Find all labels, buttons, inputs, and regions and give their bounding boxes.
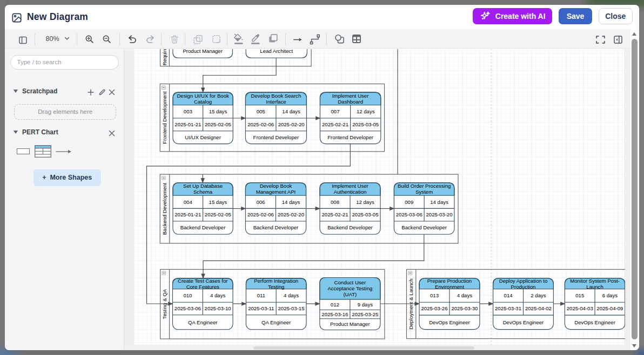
svg-text:2025-03-06: 2025-03-06 (175, 305, 201, 311)
svg-text:14 days: 14 days (430, 199, 448, 204)
svg-text:6 days: 6 days (602, 292, 618, 298)
svg-text:012: 012 (331, 301, 339, 307)
svg-text:2025-03-11: 2025-03-11 (248, 305, 274, 311)
svg-text:Backend Developer: Backend Developer (401, 224, 447, 230)
svg-text:2025-04-09: 2025-04-09 (596, 305, 623, 311)
svg-text:2025-03-06: 2025-03-06 (396, 211, 422, 217)
svg-text:010: 010 (183, 292, 192, 298)
svg-text:2025-02-06: 2025-02-06 (247, 121, 274, 127)
svg-text:9 days: 9 days (358, 301, 373, 307)
svg-text:006: 006 (256, 199, 265, 204)
svg-text:2025-03-15: 2025-03-15 (278, 305, 305, 311)
svg-text:2025-03-10: 2025-03-10 (205, 305, 231, 311)
svg-text:2025-02-21: 2025-02-21 (322, 211, 348, 217)
svg-text:2025-03-16: 2025-03-16 (321, 311, 348, 317)
svg-text:2025-01-21: 2025-01-21 (175, 211, 201, 217)
svg-text:2025-04-03: 2025-04-03 (567, 305, 593, 311)
svg-text:Frontend Development: Frontend Development (162, 91, 167, 144)
svg-text:Lead Architect: Lead Architect (260, 49, 293, 54)
svg-text:2025-03-31: 2025-03-31 (495, 305, 521, 311)
svg-text:12 days: 12 days (356, 199, 374, 204)
svg-text:15 days: 15 days (209, 108, 227, 114)
svg-text:004: 004 (184, 199, 193, 204)
svg-text:2 days: 2 days (531, 292, 546, 298)
svg-text:2025-02-05: 2025-02-05 (205, 121, 231, 127)
svg-text:2025-03-05: 2025-03-05 (352, 211, 379, 217)
svg-text:UI/UX Designer: UI/UX Designer (185, 134, 221, 140)
svg-text:DevOps Engineer: DevOps Engineer (574, 319, 615, 325)
svg-text:Backend Developer: Backend Developer (327, 224, 373, 230)
svg-text:4 days: 4 days (210, 292, 225, 298)
svg-text:2025-03-05: 2025-03-05 (352, 121, 379, 127)
svg-text:2025-02-21: 2025-02-21 (322, 121, 348, 127)
svg-text:2025-04-02: 2025-04-02 (525, 305, 552, 311)
svg-text:007: 007 (331, 108, 340, 114)
svg-text:2025-03-26: 2025-03-26 (421, 305, 447, 311)
svg-text:008: 008 (331, 199, 339, 204)
svg-text:2025-02-06: 2025-02-06 (247, 211, 274, 217)
svg-text:009: 009 (405, 199, 413, 204)
svg-text:Product Manager: Product Manager (183, 49, 223, 54)
svg-text:DevOps Engineer: DevOps Engineer (503, 319, 544, 325)
svg-text:Requirements & Planning: Requirements & Planning (162, 49, 167, 65)
svg-text:2025-02-20: 2025-02-20 (278, 121, 305, 127)
svg-text:QA Engineer: QA Engineer (261, 319, 291, 325)
svg-text:015: 015 (575, 292, 584, 298)
svg-text:2025-03-20: 2025-03-20 (426, 211, 453, 217)
svg-text:2025-03-25: 2025-03-25 (352, 311, 378, 317)
svg-text:Backend Developer: Backend Developer (253, 224, 299, 230)
svg-text:003: 003 (184, 108, 192, 114)
svg-text:15 days: 15 days (209, 199, 227, 204)
svg-text:2025-01-21: 2025-01-21 (175, 121, 201, 127)
svg-text:Backend Development: Backend Development (162, 182, 167, 235)
svg-text:4 days: 4 days (457, 292, 472, 298)
svg-text:Backend Developer: Backend Developer (180, 224, 226, 230)
svg-text:Frontend Developer: Frontend Developer (253, 134, 299, 140)
svg-text:Frontend Developer: Frontend Developer (327, 134, 373, 140)
svg-text:Implement UserAuthentication: Implement UserAuthentication (332, 183, 368, 195)
svg-text:013: 013 (430, 292, 439, 298)
svg-text:2025-02-20: 2025-02-20 (278, 211, 304, 217)
svg-text:QA Engineer: QA Engineer (188, 319, 218, 325)
svg-text:DevOps Engineer: DevOps Engineer (429, 319, 470, 325)
svg-text:2025-03-30: 2025-03-30 (451, 305, 478, 311)
svg-text:2025-02-05: 2025-02-05 (205, 211, 231, 217)
svg-text:14 days: 14 days (282, 108, 300, 114)
svg-text:14 days: 14 days (282, 199, 300, 204)
svg-text:005: 005 (257, 108, 265, 114)
svg-text:014: 014 (504, 292, 513, 298)
svg-text:12 days: 12 days (357, 108, 375, 114)
svg-text:Product Manager: Product Manager (330, 321, 370, 327)
svg-text:4 days: 4 days (284, 292, 299, 298)
svg-text:Develop BookManagement API: Develop BookManagement API (256, 183, 296, 195)
svg-text:011: 011 (257, 292, 265, 298)
